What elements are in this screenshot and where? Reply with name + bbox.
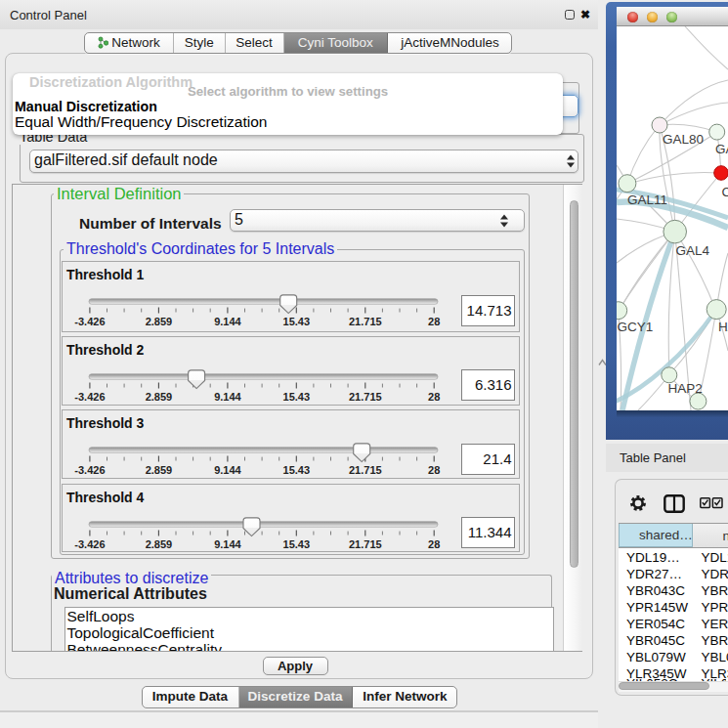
svg-text:9.144: 9.144 (214, 390, 241, 402)
svg-text:15.43: 15.43 (283, 390, 311, 402)
svg-text:9.144: 9.144 (214, 316, 241, 327)
svg-text:21.715: 21.715 (349, 464, 382, 476)
svg-text:GAL80: GAL80 (663, 132, 704, 147)
svg-text:2.859: 2.859 (146, 316, 173, 327)
svg-text:HA: HA (718, 320, 728, 334)
svg-text:-3.426: -3.426 (74, 464, 105, 476)
svg-text:28: 28 (428, 464, 440, 476)
svg-text:GAL11: GAL11 (627, 193, 667, 207)
svg-text:21.715: 21.715 (349, 537, 382, 549)
svg-text:15.43: 15.43 (283, 537, 311, 549)
svg-text:C: C (722, 185, 728, 199)
svg-text:9.144: 9.144 (214, 464, 241, 476)
svg-text:GA: GA (715, 142, 728, 156)
svg-text:GCY1: GCY1 (618, 320, 654, 334)
svg-text:2.859: 2.859 (146, 390, 173, 402)
svg-text:2.859: 2.859 (146, 537, 173, 549)
svg-text:-3.426: -3.426 (74, 390, 105, 402)
svg-text:21.715: 21.715 (349, 316, 382, 327)
svg-text:28: 28 (428, 316, 440, 327)
svg-text:HAP2: HAP2 (668, 381, 703, 396)
svg-text:-3.426: -3.426 (74, 537, 105, 549)
svg-text:15.43: 15.43 (283, 464, 311, 476)
svg-text:15.43: 15.43 (283, 316, 311, 327)
svg-text:21.715: 21.715 (349, 390, 382, 402)
svg-text:GAL4: GAL4 (676, 243, 710, 258)
svg-text:9.144: 9.144 (214, 537, 241, 549)
svg-text:28: 28 (428, 537, 440, 549)
svg-text:28: 28 (428, 390, 440, 402)
svg-text:-3.426: -3.426 (74, 316, 105, 327)
svg-text:2.859: 2.859 (146, 464, 173, 476)
